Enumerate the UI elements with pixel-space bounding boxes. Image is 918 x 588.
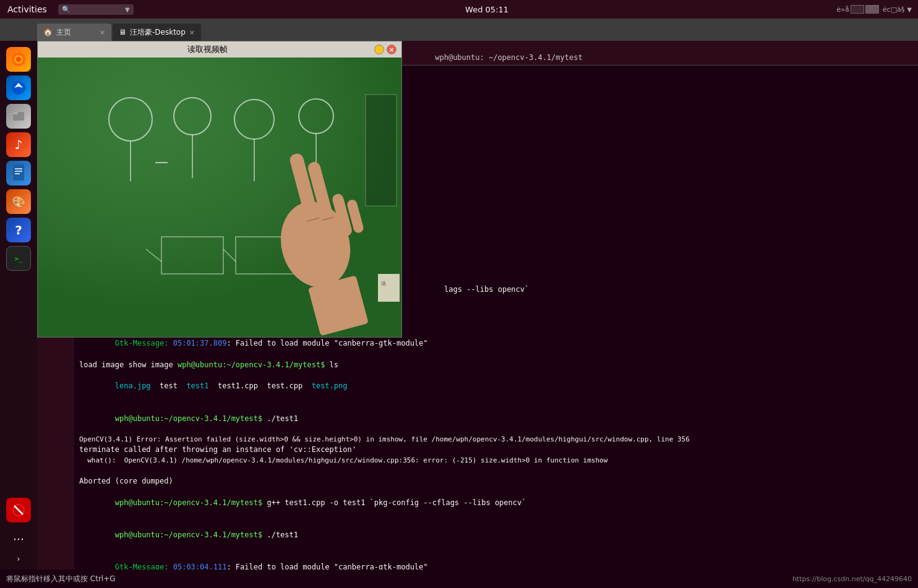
document-icon <box>12 164 25 182</box>
aborted-line: Aborted (core dumped) <box>79 476 913 487</box>
no-signal-icon <box>12 503 25 517</box>
gtk-rest-2: : Failed to load module "canberra-gtk-mo… <box>226 563 427 569</box>
gtk-rest-1: : Failed to load module "canberra-gtk-mo… <box>226 339 427 347</box>
main-content: File wph@ubuntu: ~/opencv-3.4.1/mytest w… <box>37 41 918 569</box>
file-lena: lena.jpg <box>115 381 151 390</box>
files-icon <box>11 108 27 124</box>
svg-text:法: 法 <box>381 281 386 286</box>
video-content: 法 <box>38 58 401 337</box>
search-area[interactable]: 🔍 ▼ <box>58 4 134 15</box>
dock: ♪ 🎨 ? >_ ⋯ › <box>0 41 37 569</box>
dock-icon-help[interactable]: ? <box>6 218 31 242</box>
dock-scroll-arrow[interactable]: › <box>17 555 20 563</box>
tab-desktop-close[interactable]: × <box>189 28 195 36</box>
tab-desktop[interactable]: 🖥 汪培豪-Desktop × <box>113 23 201 41</box>
search-icon: 🔍 <box>62 6 71 14</box>
cmd-test1: ./test1 <box>267 414 298 423</box>
svg-rect-6 <box>13 112 18 114</box>
prompt-g++: wph@ubuntu:~/opencv-3.4.1/mytest$ g++ te… <box>79 487 913 519</box>
video-close-button[interactable]: × <box>387 45 397 54</box>
firefox-icon <box>11 51 27 67</box>
terminal-prompt-icon: >_ <box>14 255 22 263</box>
search-dropdown-icon[interactable]: ▼ <box>125 6 130 13</box>
prompt-text-3: wph@ubuntu:~/opencv-3.4.1/mytest$ <box>115 414 267 423</box>
dock-icon-theme[interactable]: 🎨 <box>6 189 31 214</box>
workspace-1[interactable] <box>851 5 864 14</box>
topbar: Activities 🔍 ▼ Wed 05:11 è»å éc□à§ ▼ <box>0 0 918 19</box>
video-window: 读取视频帧 × <box>37 41 402 338</box>
gtk-msg-2: Gtk-Message: 05:03:04.111: Failed to loa… <box>79 552 913 569</box>
svg-point-2 <box>16 57 21 62</box>
dock-icon-firefox[interactable] <box>6 47 31 72</box>
prompt-text-4: wph@ubuntu:~/opencv-3.4.1/mytest$ <box>115 498 267 507</box>
tab-home-label: 主页 <box>56 27 71 38</box>
workspace-2[interactable] <box>865 5 879 14</box>
chalkboard-svg: 法 <box>38 58 401 337</box>
svg-rect-24 <box>366 95 397 206</box>
dock-icon-no-signal[interactable] <box>6 498 31 522</box>
dock-icon-document[interactable] <box>6 161 31 185</box>
dock-icon-rhythmbox[interactable]: ♪ <box>6 132 31 157</box>
files-rest: test <box>151 381 187 390</box>
gtk-msg-label: Gtk-Message: <box>115 339 173 347</box>
activities-button[interactable]: Activities <box>0 0 54 19</box>
prompt-text-5: wph@ubuntu:~/opencv-3.4.1/mytest$ <box>115 530 267 539</box>
tab-home-close[interactable]: × <box>100 28 105 36</box>
svg-rect-38 <box>378 274 400 302</box>
thunderbird-icon <box>11 80 27 96</box>
bottombar: 将鼠标指针移入其中或按 Ctrl+G https://blog.csdn.net… <box>0 569 918 588</box>
file-test1: test1 <box>186 381 208 390</box>
dock-icon-files[interactable] <box>6 104 31 129</box>
prompt-test1-2: wph@ubuntu:~/opencv-3.4.1/mytest$ ./test… <box>79 519 913 552</box>
dock-icon-terminal[interactable]: >_ <box>6 246 31 271</box>
bottombar-url: https://blog.csdn.net/qq_44249640 <box>792 575 912 583</box>
dock-icon-thunderbird[interactable] <box>6 75 31 100</box>
files-cpp: test1.cpp test.cpp <box>209 381 312 390</box>
video-titlebar[interactable]: 读取视频帧 × <box>38 41 401 58</box>
blank-line <box>79 466 913 476</box>
browser-tabbar: 🏠 主页 × 🖥 汪培豪-Desktop × <box>0 19 918 41</box>
bottombar-hint: 将鼠标指针移入其中或按 Ctrl+G <box>6 574 116 584</box>
topbar-clock: Wed 05:11 <box>137 5 837 14</box>
workspace-menu-icon[interactable]: ▼ <box>907 6 912 13</box>
gtk-msg-label-2: Gtk-Message: <box>115 563 173 569</box>
prompt-test1: wph@ubuntu:~/opencv-3.4.1/mytest$ ./test… <box>79 403 913 435</box>
gtk-timestamp-1: 05:01:37.809 <box>173 339 227 347</box>
files-line: lena.jpg test test1 test1.cpp test.cpp t… <box>79 370 913 403</box>
load-image-line: load image show image wph@ubuntu:~/openc… <box>79 360 913 370</box>
video-title-text: 读取视频帧 <box>43 44 372 55</box>
terminate-line: terminate called after throwing an insta… <box>79 445 913 455</box>
opencv-error-line: OpenCV(3.4.1) Error: Assertion failed (s… <box>79 435 913 445</box>
dock-icon-apps[interactable]: ⋯ <box>6 526 31 551</box>
workspace-switcher[interactable]: è»å éc□à§ ▼ <box>837 5 912 14</box>
video-minimize-button[interactable] <box>374 45 384 54</box>
gtk-timestamp-2: 05:03:04.111 <box>173 563 227 569</box>
tab-home-favicon: 🏠 <box>43 28 53 36</box>
cmd-test1-2: ./test1 <box>267 530 298 539</box>
what-line: what(): OpenCV(3.4.1) /home/wph/opencv-3… <box>79 456 913 466</box>
tab-desktop-favicon: 🖥 <box>119 28 126 36</box>
file-testpng: test.png <box>312 381 348 390</box>
tab-desktop-label: 汪培豪-Desktop <box>130 27 186 38</box>
cmd-gpp: g++ test1.cpp -o test1 `pkg-config --cfl… <box>267 498 526 507</box>
svg-rect-7 <box>13 164 24 181</box>
tab-home[interactable]: 🏠 主页 × <box>37 23 111 41</box>
